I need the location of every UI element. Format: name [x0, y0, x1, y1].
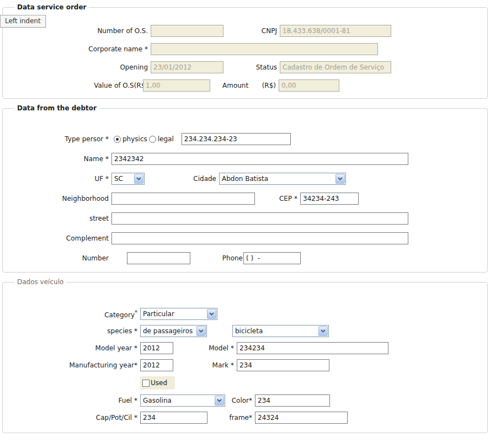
row-used: Used — [9, 376, 481, 390]
legal-radio[interactable] — [149, 136, 156, 143]
status-label: Status — [223, 63, 280, 71]
neighborhood-field[interactable] — [111, 193, 255, 205]
row-cap-frame: Cap/Pot/Cil * frame* — [9, 412, 481, 424]
section-data-service-order: Data service order Number of O.S. CNPJ C… — [2, 3, 488, 99]
street-label: street — [9, 215, 111, 222]
amount-field — [279, 79, 339, 92]
number-os-label: Number of O.S. — [9, 27, 151, 35]
street-field[interactable] — [111, 212, 408, 225]
name-label: Name * — [9, 155, 111, 163]
physics-radio[interactable] — [114, 136, 121, 143]
used-checkbox[interactable] — [142, 380, 150, 387]
frame-field[interactable] — [255, 412, 348, 424]
section-legend: Data service order — [14, 3, 89, 11]
legal-radio-label: legal — [158, 135, 174, 143]
opening-field — [151, 61, 223, 73]
uf-select[interactable]: SC — [111, 173, 145, 185]
uf-label: UF * — [9, 175, 111, 183]
row-corporate-name: Corporate name * — [9, 43, 481, 55]
section-data-from-debtor: Data from the debtor Type persor * physi… — [2, 104, 488, 273]
section-legend: Data from the debtor — [14, 104, 99, 112]
manufacturing-year-field[interactable] — [140, 359, 173, 371]
cnpj-field — [280, 25, 391, 37]
fuel-select[interactable]: Gasolina — [140, 394, 225, 407]
model-year-field[interactable] — [140, 342, 173, 354]
cep-label: CEP * — [255, 195, 300, 202]
amount-unit-label: (R$) — [254, 82, 279, 89]
species-type-select[interactable]: bicicleta — [232, 325, 329, 337]
color-field[interactable] — [255, 394, 330, 407]
chevron-down-icon — [207, 309, 216, 319]
phone-field[interactable] — [243, 252, 301, 264]
chevron-down-icon — [318, 326, 328, 336]
row-uf-cidade: UF * SC Cidade Abdon Batista — [9, 173, 481, 185]
neighborhood-label: Neighborhood — [9, 195, 111, 202]
row-neighborhood-cep: Neighborhood CEP * — [9, 193, 481, 205]
left-indent-tooltip: Left indent — [0, 15, 46, 28]
fuel-selected-value: Gasolina — [141, 397, 214, 404]
category-label: Category* — [9, 310, 140, 319]
species-type-selected-value: bicicleta — [233, 327, 318, 335]
status-field — [280, 61, 391, 73]
corporate-name-field — [151, 43, 378, 55]
corporate-name-label: Corporate name * — [9, 45, 151, 53]
color-label: Color* — [225, 397, 255, 404]
cnpj-label: CNPJ — [223, 27, 280, 35]
number-field[interactable] — [127, 252, 190, 264]
mark-label: Mark * — [173, 361, 237, 369]
complement-field[interactable] — [111, 232, 408, 244]
row-mfg-year-mark: Manufacturing year* Mark * — [9, 359, 481, 371]
manufacturing-year-label: Manufacturing year* — [9, 361, 140, 369]
phone-label: Phone — [190, 254, 243, 262]
value-os-field — [143, 79, 210, 92]
name-field[interactable] — [111, 153, 408, 165]
row-species: species * de passageiros bicicleta — [9, 325, 481, 337]
frame-label: frame* — [207, 414, 255, 422]
species-label: species * — [9, 327, 140, 335]
cidade-label: Cidade — [145, 175, 219, 183]
document-cpf-field[interactable] — [182, 133, 291, 145]
cap-pot-cil-field[interactable] — [140, 412, 207, 424]
row-model-year-model: Model year * Model * — [9, 342, 481, 354]
model-year-label: Model year * — [9, 344, 140, 352]
used-label: Used — [151, 379, 167, 387]
amount-label: Amount — [222, 82, 254, 89]
chevron-down-icon — [196, 326, 206, 336]
number-os-field — [151, 25, 223, 37]
chevron-down-icon — [134, 174, 143, 184]
number-label: Number — [9, 254, 111, 262]
row-street: street — [9, 212, 481, 225]
section-legend: Dados veículo — [14, 278, 66, 286]
section-dados-veiculo: Dados veículo Category* Particular speci… — [2, 278, 488, 433]
category-selected-value: Particular — [141, 310, 206, 318]
value-os-label: Value of O.S(R$) — [9, 82, 151, 89]
fuel-label: Fuel * — [9, 397, 140, 404]
cap-pot-cil-label: Cap/Pot/Cil * — [9, 414, 140, 422]
cep-field[interactable] — [300, 193, 359, 205]
row-number-phone: Number Phone — [9, 252, 481, 264]
row-category: Category* Particular — [9, 308, 481, 320]
model-field[interactable] — [237, 342, 388, 354]
row-fuel-color: Fuel * Gasolina Color* — [9, 394, 481, 407]
type-person-label: Type persor * — [9, 135, 111, 143]
species-select[interactable]: de passageiros — [140, 325, 207, 337]
opening-label: Opening — [9, 63, 151, 71]
row-type-person: Type persor * physics legal — [9, 133, 481, 145]
cidade-selected-value: Abdon Batista — [220, 175, 335, 183]
chevron-down-icon — [335, 174, 345, 184]
cidade-select[interactable]: Abdon Batista — [219, 173, 346, 185]
row-number-os-cnpj: Number of O.S. CNPJ — [9, 25, 481, 37]
category-select[interactable]: Particular — [140, 308, 217, 320]
used-checkbox-group: Used — [140, 376, 175, 390]
complement-label: Complement — [9, 234, 111, 242]
chevron-down-icon — [215, 396, 224, 406]
physics-radio-label: physics — [122, 135, 147, 143]
row-complement: Complement — [9, 232, 481, 244]
mark-field[interactable] — [237, 359, 329, 371]
species-selected-value: de passageiros — [141, 327, 196, 335]
uf-selected-value: SC — [112, 175, 134, 183]
row-name: Name * — [9, 153, 481, 165]
model-label: Model * — [173, 344, 237, 352]
row-value-amount: Value of O.S(R$) Amount (R$) — [9, 79, 481, 92]
row-opening-status: Opening Status — [9, 61, 481, 73]
